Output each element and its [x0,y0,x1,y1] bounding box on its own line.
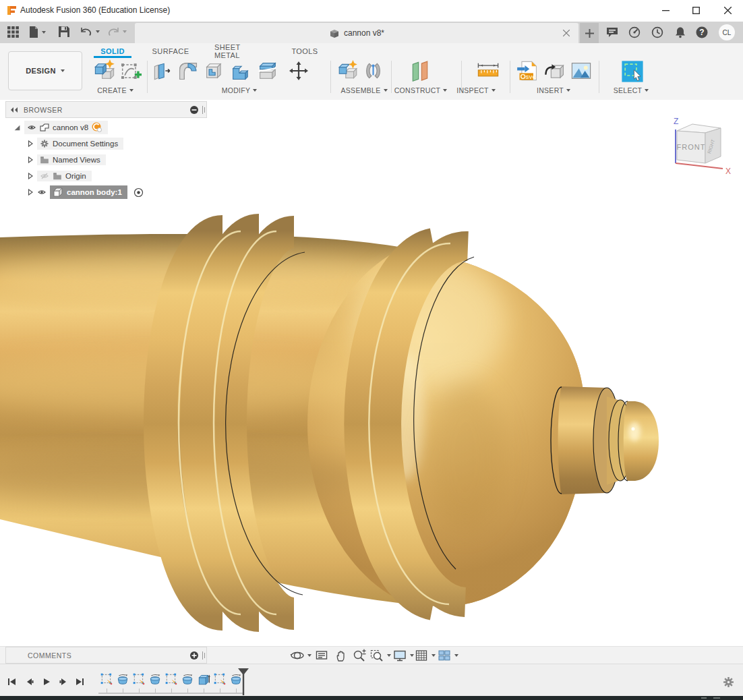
collapsed-triangle-icon[interactable] [27,189,34,196]
browser-row-root[interactable]: cannon v8 [13,120,108,135]
view-cube[interactable]: Z X FRONT RIGHT [655,108,736,189]
browser-row-chip[interactable]: Document Settings [37,138,123,150]
panel-drag-handle[interactable] [204,653,205,658]
measure-icon[interactable] [476,59,500,82]
shell-icon[interactable] [203,59,226,82]
move-icon[interactable] [289,61,309,81]
browser-header[interactable]: BROWSER [5,101,207,118]
collapsed-triangle-icon[interactable] [27,173,34,179]
save-button[interactable] [58,26,70,38]
extensions-icon[interactable] [628,26,641,39]
tab-sheet-metal[interactable]: SHEET METAL [214,45,267,58]
feedback-icon[interactable] [605,26,619,39]
timeline-feature-revolve[interactable] [148,672,162,686]
visibility-eye-icon[interactable] [27,123,36,132]
tab-close-icon[interactable] [561,28,572,38]
select-icon[interactable] [620,59,645,84]
app-grid-icon[interactable] [7,26,20,38]
notifications-bell-icon[interactable] [674,26,687,39]
group-inspect[interactable]: INSPECT [448,86,504,94]
collapse-panel-icon[interactable] [10,107,18,113]
collapsed-triangle-icon[interactable] [27,156,34,163]
timeline-feature-sketch[interactable] [165,672,178,686]
joint-icon[interactable] [362,59,384,82]
visibility-eye-icon[interactable] [37,188,47,196]
fillet-icon[interactable] [177,59,200,82]
browser-row-chip[interactable]: Origin [37,171,92,181]
document-tab[interactable]: cannon v8* [135,23,578,43]
maximize-button[interactable] [681,0,711,21]
cascabel-knob[interactable] [624,401,659,481]
browser-row-chip[interactable]: Named Views [37,154,106,165]
group-select[interactable]: SELECT [599,86,663,94]
timeline-go-to-start-button[interactable] [7,676,19,689]
timeline-feature-sketch[interactable] [100,672,113,686]
workspace-selector[interactable]: DESIGN [8,51,82,90]
job-status-clock-icon[interactable] [651,26,664,39]
timeline-feature-revolve[interactable] [181,672,194,686]
timeline-feature-extrude[interactable] [197,672,210,686]
help-icon[interactable]: ? [695,26,709,39]
browser-root-chip[interactable]: cannon v8 [24,121,108,134]
remove-panel-icon[interactable] [189,105,199,115]
insert-canvas-icon[interactable] [570,59,593,82]
group-create[interactable]: CREATE [86,86,144,94]
group-insert[interactable]: INSERT [516,86,591,94]
add-comment-icon[interactable] [189,651,199,660]
construct-plane-icon[interactable] [407,59,433,84]
viewports-button[interactable] [437,648,458,663]
timeline-feature-sketch[interactable] [132,672,146,686]
grid-settings-button[interactable] [414,648,436,663]
press-pull-icon[interactable] [151,59,173,82]
display-settings-button[interactable] [392,648,414,663]
model-viewport[interactable]: BROWSER cannon v8 [0,100,743,646]
offset-face-icon[interactable] [256,59,279,82]
selectable-radio-icon[interactable] [133,187,144,198]
timeline-step-back-button[interactable] [24,676,36,689]
undo-button[interactable] [80,26,100,38]
tab-surface[interactable]: SURFACE [150,45,191,58]
browser-row-chip-selected[interactable]: cannon body:1 [50,185,127,199]
timeline-track[interactable] [98,693,244,694]
expanded-triangle-icon[interactable] [13,124,21,132]
user-avatar[interactable]: CL [719,24,735,40]
browser-row-origin[interactable]: Origin [27,169,92,183]
comments-panel-header[interactable]: COMMENTS [5,647,207,664]
group-modify[interactable]: MODIFY [202,86,276,94]
timeline-go-to-end-button[interactable] [74,676,86,689]
insert-mesh-icon[interactable] [543,59,566,82]
visibility-off-eye-icon[interactable] [40,172,49,180]
timeline-feature-revolve[interactable] [116,672,129,686]
cannon-model[interactable] [0,100,743,646]
panel-drag-handle[interactable] [202,651,203,660]
browser-row-cannon-body[interactable]: cannon body:1 [27,185,144,200]
minimize-button[interactable] [651,0,680,21]
timeline-step-forward-button[interactable] [58,676,70,689]
tab-tools[interactable]: TOOLS [287,45,322,58]
collapsed-triangle-icon[interactable] [27,140,34,147]
panel-drag-handle[interactable] [202,106,203,114]
timeline-settings-gear-icon[interactable] [723,676,734,688]
assemble-new-component-icon[interactable] [337,59,359,82]
timeline-play-button[interactable] [41,676,53,689]
close-button[interactable] [713,0,742,21]
fit-zoom-window-button[interactable] [369,648,391,663]
combine-icon[interactable] [229,59,252,82]
browser-row-named-views[interactable]: Named Views [27,152,106,167]
redo-button[interactable] [107,26,127,38]
create-sketch-icon[interactable] [119,59,142,82]
look-at-button[interactable] [314,648,329,663]
browser-row-document-settings[interactable]: Document Settings [27,136,123,151]
zoom-button[interactable] [352,648,367,663]
new-document-tab-button[interactable] [580,23,599,43]
panel-drag-handle[interactable] [204,107,205,113]
group-construct[interactable]: CONSTRUCT [386,86,456,94]
new-component-icon[interactable] [93,59,116,82]
file-menu-button[interactable] [28,26,46,38]
cascabel[interactable] [551,386,659,494]
pan-button[interactable] [334,648,349,663]
insert-svg-icon[interactable]: SVG [516,59,539,82]
timeline-feature-sketch[interactable] [213,672,227,686]
timeline-playhead[interactable] [237,668,249,697]
orbit-button[interactable] [290,648,311,663]
